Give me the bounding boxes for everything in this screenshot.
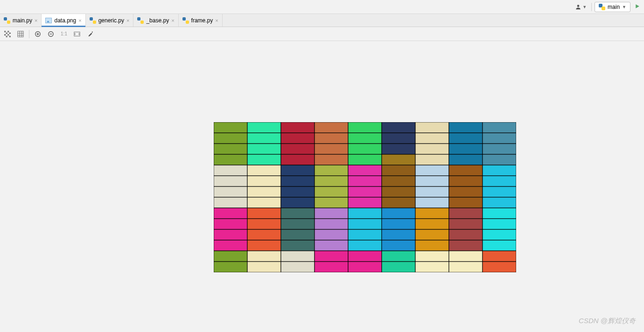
svg-rect-42 bbox=[247, 154, 281, 165]
svg-rect-139 bbox=[483, 262, 516, 272]
image-canvas[interactable] bbox=[0, 41, 644, 332]
svg-rect-138 bbox=[449, 262, 483, 272]
tab-frame-py[interactable]: frame.py× bbox=[179, 14, 223, 27]
svg-rect-82 bbox=[382, 197, 415, 208]
toolbar-separator bbox=[29, 30, 29, 38]
svg-rect-71 bbox=[315, 187, 348, 197]
run-button[interactable] bbox=[633, 3, 641, 11]
user-menu-button[interactable]: ▼ bbox=[573, 3, 588, 11]
svg-rect-49 bbox=[483, 154, 516, 165]
run-configuration-selector[interactable]: main ▼ bbox=[595, 2, 630, 12]
actual-size-button[interactable]: 1:1 bbox=[59, 29, 69, 39]
svg-rect-121 bbox=[483, 240, 516, 251]
zoom-out-button[interactable] bbox=[46, 29, 56, 39]
close-icon[interactable]: × bbox=[215, 18, 218, 23]
svg-rect-50 bbox=[214, 165, 247, 176]
svg-rect-86 bbox=[214, 208, 247, 219]
svg-rect-66 bbox=[449, 176, 483, 187]
svg-rect-6 bbox=[4, 34, 6, 36]
svg-rect-65 bbox=[415, 176, 449, 187]
svg-rect-17 bbox=[315, 122, 348, 133]
svg-rect-109 bbox=[382, 229, 415, 240]
svg-rect-39 bbox=[449, 144, 483, 154]
svg-rect-117 bbox=[348, 240, 382, 251]
svg-rect-73 bbox=[382, 187, 415, 197]
svg-rect-51 bbox=[247, 165, 281, 176]
run-config-label: main bbox=[608, 4, 620, 10]
image-viewer-toolbar: 1:1 bbox=[0, 27, 644, 41]
svg-rect-100 bbox=[382, 219, 415, 229]
close-icon[interactable]: × bbox=[78, 18, 81, 23]
svg-rect-77 bbox=[214, 197, 247, 208]
svg-rect-60 bbox=[247, 176, 281, 187]
svg-rect-133 bbox=[281, 262, 315, 272]
svg-rect-48 bbox=[449, 154, 483, 165]
svg-rect-107 bbox=[315, 229, 348, 240]
zoom-in-button[interactable] bbox=[33, 29, 42, 39]
svg-rect-52 bbox=[281, 165, 315, 176]
svg-rect-10 bbox=[18, 31, 23, 36]
svg-rect-30 bbox=[449, 133, 483, 144]
svg-rect-128 bbox=[415, 251, 449, 262]
svg-rect-20 bbox=[415, 122, 449, 133]
eyedropper-icon bbox=[87, 31, 93, 37]
svg-rect-127 bbox=[382, 251, 415, 262]
svg-rect-118 bbox=[382, 240, 415, 251]
python-file-icon bbox=[137, 17, 144, 24]
close-icon[interactable]: × bbox=[126, 18, 129, 23]
svg-rect-33 bbox=[247, 144, 281, 154]
svg-rect-35 bbox=[315, 144, 348, 154]
color-picker-button[interactable] bbox=[85, 29, 95, 39]
tab-label: generic.py bbox=[98, 17, 124, 24]
svg-rect-40 bbox=[483, 144, 516, 154]
svg-rect-78 bbox=[247, 197, 281, 208]
tab-label: _base.py bbox=[146, 17, 169, 24]
tab-label: frame.py bbox=[191, 17, 213, 24]
grid-button[interactable] bbox=[16, 29, 25, 39]
tab-generic-py[interactable]: generic.py× bbox=[86, 14, 134, 27]
plus-icon bbox=[35, 31, 41, 37]
tab-_base-py[interactable]: _base.py× bbox=[133, 14, 178, 27]
svg-rect-119 bbox=[415, 240, 449, 251]
svg-rect-2 bbox=[4, 31, 6, 33]
svg-rect-15 bbox=[247, 122, 281, 133]
svg-rect-44 bbox=[315, 154, 348, 165]
svg-rect-18 bbox=[348, 122, 382, 133]
svg-rect-43 bbox=[281, 154, 315, 165]
svg-rect-75 bbox=[449, 187, 483, 197]
svg-rect-46 bbox=[382, 154, 415, 165]
svg-point-0 bbox=[577, 5, 580, 7]
python-file-icon bbox=[90, 17, 96, 24]
tab-main-py[interactable]: main.py× bbox=[0, 14, 42, 27]
tab-data-png[interactable]: data.png× bbox=[42, 14, 85, 27]
svg-rect-95 bbox=[214, 219, 247, 229]
svg-rect-21 bbox=[449, 122, 483, 133]
svg-rect-25 bbox=[281, 133, 315, 144]
svg-rect-57 bbox=[449, 165, 483, 176]
svg-rect-68 bbox=[214, 187, 247, 197]
chevron-down-icon: ▼ bbox=[622, 5, 626, 9]
svg-rect-115 bbox=[281, 240, 315, 251]
svg-rect-102 bbox=[449, 219, 483, 229]
svg-rect-116 bbox=[315, 240, 348, 251]
close-icon[interactable]: × bbox=[35, 18, 37, 23]
svg-rect-108 bbox=[348, 229, 382, 240]
svg-rect-125 bbox=[315, 251, 348, 262]
close-icon[interactable]: × bbox=[171, 18, 174, 23]
chessboard-button[interactable] bbox=[3, 29, 12, 39]
svg-rect-123 bbox=[247, 251, 281, 262]
svg-rect-5 bbox=[9, 32, 11, 34]
chessboard-icon bbox=[4, 31, 11, 37]
svg-rect-124 bbox=[281, 251, 315, 262]
svg-rect-72 bbox=[348, 187, 382, 197]
fit-button[interactable] bbox=[72, 29, 82, 39]
svg-rect-126 bbox=[348, 251, 382, 262]
svg-rect-85 bbox=[483, 197, 516, 208]
svg-rect-63 bbox=[348, 176, 382, 187]
svg-rect-55 bbox=[382, 165, 415, 176]
python-icon bbox=[599, 4, 605, 10]
svg-rect-59 bbox=[214, 176, 247, 187]
svg-rect-129 bbox=[449, 251, 483, 262]
svg-rect-62 bbox=[315, 176, 348, 187]
svg-rect-31 bbox=[483, 133, 516, 144]
